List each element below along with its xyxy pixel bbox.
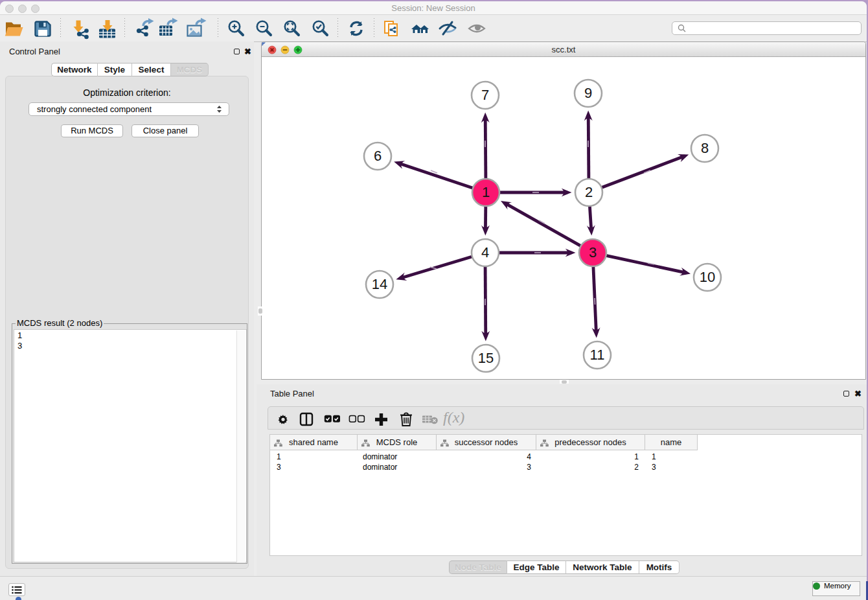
svg-text:2: 2	[585, 184, 593, 200]
svg-text:8: 8	[701, 140, 709, 156]
svg-text:15: 15	[478, 350, 494, 366]
svg-text:14: 14	[372, 276, 387, 292]
svg-text:1: 1	[482, 184, 490, 200]
svg-text:4: 4	[481, 244, 489, 260]
svg-text:7: 7	[481, 87, 489, 103]
svg-text:10: 10	[700, 269, 715, 285]
svg-text:6: 6	[374, 148, 382, 164]
svg-text:9: 9	[584, 85, 592, 101]
svg-text:3: 3	[589, 244, 597, 260]
svg-text:11: 11	[590, 347, 605, 363]
